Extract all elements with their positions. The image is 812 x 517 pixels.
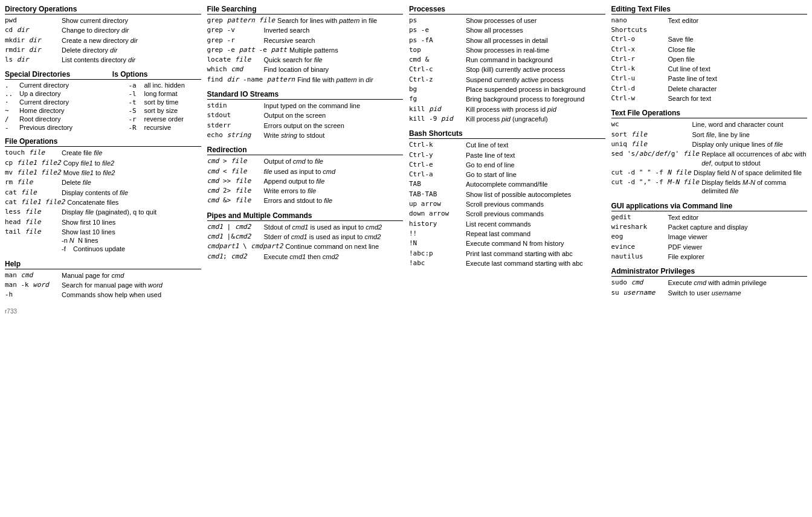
special-dirs-list: . Current directory .. Up a directory · …	[5, 82, 125, 132]
sym-dotdot: ..	[5, 90, 17, 98]
desc-uniq: Display only unique lines of file	[692, 140, 783, 149]
cmd-gedit: gedit	[611, 213, 666, 221]
desc-redir-err: Write errors to file	[264, 187, 317, 195]
cmd-bangabc: !abc	[409, 259, 463, 267]
dir-dash: - Previous directory	[5, 124, 125, 132]
ls-l: -l long format	[129, 90, 201, 98]
desc-down-arrow: Scroll previous commands	[466, 210, 544, 218]
entry-shortcuts-label: Shortcuts	[611, 26, 808, 34]
section-title-text-file-ops: Text File Operations	[611, 109, 808, 118]
section-bash-shortcuts: Bash Shortcuts Ctrl-k Cut line of text C…	[409, 129, 605, 269]
cmd-ctrl-x: Ctrl-x	[611, 45, 666, 53]
entry-ps: ps Show processes of user	[409, 16, 605, 25]
section-title-help: Help	[5, 260, 201, 269]
entry-find: find dir -name pattern Find file with pa…	[207, 75, 404, 84]
label-root-dir: Root directory	[19, 115, 60, 123]
entry-tab-tab: TAB·TAB Show list of possible autocomple…	[409, 190, 605, 199]
section-stdio: Standard IO Streams stdin Input typed on…	[207, 90, 404, 141]
entry-ls: ls dir List contents directory dir	[5, 56, 201, 64]
entry-pipe: cmd1 | cmd2 Stdout of cmd1 is used as in…	[207, 223, 404, 231]
entry-rmdir: rmdir dir Delete directory dir	[5, 46, 201, 54]
cmd-ps: ps	[409, 16, 463, 24]
main-page: Directory Operations pwd Show current di…	[5, 5, 807, 306]
sym-dash: -	[5, 124, 17, 132]
desc-bangN: Execute command N from history	[466, 239, 564, 248]
cmd-kill9: kill -9 pid	[409, 115, 463, 123]
section-title-file-search: File Searching	[207, 5, 404, 14]
entry-head: head file Show first 10 lines	[5, 218, 201, 226]
entry-ctrl-w: Ctrl-w Search for text	[611, 94, 808, 103]
entry-h: -h Commands show help when used	[5, 291, 201, 299]
section-title-stdio: Standard IO Streams	[207, 90, 404, 100]
section-file-ops: File Operations touch file Create file f…	[5, 137, 201, 254]
cmd-su: su username	[611, 289, 666, 297]
desc-flag-l: long format	[144, 90, 178, 98]
cmd-h: -h	[5, 291, 59, 298]
desc-tail: Show last 10 lines-n N N lines-f Continu…	[62, 228, 125, 254]
desc-gedit: Text editor	[668, 213, 699, 222]
desc-evince: PDF viewer	[668, 243, 703, 251]
desc-top: Show processes in real-time	[466, 46, 549, 54]
entry-bash-ctrl-a: Ctrl-a Go to start of line	[409, 170, 605, 179]
label-up-dir: Up a directory	[19, 90, 60, 98]
cmd-sudo: sudo cmd	[611, 278, 666, 286]
desc-echo: Write string to stdout	[264, 131, 325, 140]
flag-S: -S	[129, 107, 142, 115]
cmd-bash-ctrl-e: Ctrl-e	[409, 161, 463, 169]
flag-t: -t	[129, 98, 142, 106]
section-editing-text: Editing Text Files nano Text editor Shor…	[611, 5, 808, 104]
cmd-ps-fA: ps -fA	[409, 36, 463, 44]
desc-pwd: Show current directory	[62, 16, 128, 25]
entry-bangN: !N Execute command N from history	[409, 239, 605, 248]
entry-sudo: sudo cmd Execute cmd with admin privileg…	[611, 278, 808, 287]
entry-man-k: man -k word Search for manual page with …	[5, 281, 201, 289]
desc-cat2: Concatenate files	[67, 198, 118, 207]
entry-bash-ctrl-e: Ctrl-e Go to end of line	[409, 161, 605, 169]
desc-ctrl-c: Stop (kill) currently active process	[466, 65, 565, 74]
cmd-nano-ctrl-k: Ctrl-k	[611, 65, 666, 72]
desc-grep-e: Multiple patterns	[289, 46, 338, 54]
cmd-bangN: !N	[409, 239, 463, 247]
cmd-uniq: uniq file	[611, 140, 690, 148]
entry-ctrl-c: Ctrl-c Stop (kill) currently active proc…	[409, 65, 605, 74]
section-special-dirs: Special Directories ls Options . Current…	[5, 70, 201, 132]
ls-t: -t sort by time	[129, 98, 201, 106]
cmd-top: top	[409, 46, 463, 54]
cmd-ctrl-o: Ctrl-o	[611, 35, 666, 43]
cmd-nautilus: nautilus	[611, 252, 666, 260]
entry-cp: cp file1 file2 Copy file1 to file2	[5, 159, 201, 167]
entry-man: man cmd Manual page for cmd	[5, 271, 201, 280]
entry-cd: cd dir Change to directory dir	[5, 26, 201, 34]
desc-ls: List contents directory dir	[62, 56, 135, 64]
section-title-bash-shortcuts: Bash Shortcuts	[409, 129, 605, 139]
desc-up-arrow: Scroll previous commands	[466, 200, 544, 208]
cmd-ctrl-w: Ctrl-w	[611, 94, 666, 102]
entry-grep: grep pattern file Search for lines with …	[207, 16, 404, 25]
entry-nano-ctrl-k: Ctrl-k Cut line of text	[611, 65, 808, 73]
entry-ctrl-z: Ctrl-z Suspend currently active process	[409, 75, 605, 84]
entry-wireshark: wireshark Packet capture and display	[611, 223, 808, 231]
cmd-sed: sed 's/abc/def/g' file	[611, 150, 700, 158]
section-admin-priv: Administrator Privileges sudo cmd Execut…	[611, 267, 808, 298]
entry-locate: locate file Quick search for file	[207, 56, 404, 64]
cmd-bash-ctrl-y: Ctrl-y	[409, 151, 463, 159]
section-title-processes: Processes	[409, 5, 605, 14]
cmd-touch: touch file	[5, 149, 59, 156]
sym-tilde: ~	[5, 107, 17, 115]
cmd-multiline: cmdpart1 \ cmdpart2	[207, 242, 283, 250]
cmd-pwd: pwd	[5, 16, 59, 24]
desc-tab: Autocomplete command/file	[466, 180, 548, 188]
desc-man-k: Search for manual page with word	[62, 281, 163, 289]
cmd-up-arrow: up arrow	[409, 200, 463, 208]
desc-su: Switch to user username	[668, 289, 741, 297]
footer-label: r733	[5, 308, 807, 315]
desc-ctrl-o: Save file	[668, 35, 694, 43]
entry-ps-e: ps -e Show all processes	[409, 26, 605, 34]
desc-cmd-bg: Run command in background	[466, 56, 553, 64]
entry-eog: eog Image viewer	[611, 233, 808, 241]
desc-wc: Line, word and character count	[692, 120, 784, 129]
entry-cut-comma: cut -d "," -f M-N file Display fields M-…	[611, 178, 808, 196]
cmd-history: history	[409, 220, 463, 228]
entry-mv: mv file1 file2 Move file1 to file2	[5, 169, 201, 177]
entry-bangbang: !! Repeat last command	[409, 230, 605, 238]
